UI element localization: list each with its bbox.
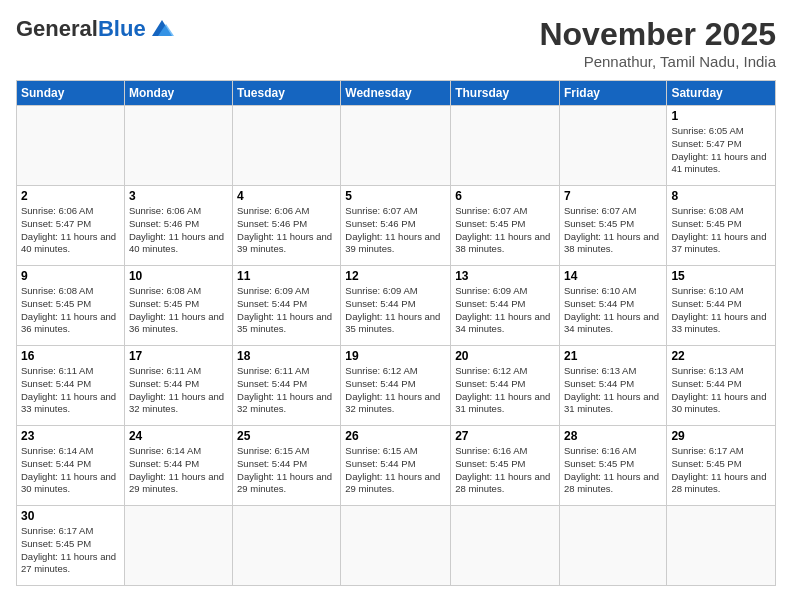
calendar-cell: 21Sunrise: 6:13 AM Sunset: 5:44 PM Dayli… (559, 346, 666, 426)
day-info: Sunrise: 6:05 AM Sunset: 5:47 PM Dayligh… (671, 125, 771, 176)
calendar-cell: 29Sunrise: 6:17 AM Sunset: 5:45 PM Dayli… (667, 426, 776, 506)
day-info: Sunrise: 6:08 AM Sunset: 5:45 PM Dayligh… (21, 285, 120, 336)
calendar-cell: 27Sunrise: 6:16 AM Sunset: 5:45 PM Dayli… (451, 426, 560, 506)
day-number: 15 (671, 269, 771, 283)
day-number: 7 (564, 189, 662, 203)
day-info: Sunrise: 6:09 AM Sunset: 5:44 PM Dayligh… (455, 285, 555, 336)
weekday-header-sunday: Sunday (17, 81, 125, 106)
day-number: 10 (129, 269, 228, 283)
day-info: Sunrise: 6:15 AM Sunset: 5:44 PM Dayligh… (345, 445, 446, 496)
calendar-cell (559, 506, 666, 586)
page-header: General Blue November 2025 Pennathur, Ta… (16, 16, 776, 70)
day-info: Sunrise: 6:11 AM Sunset: 5:44 PM Dayligh… (129, 365, 228, 416)
day-info: Sunrise: 6:07 AM Sunset: 5:46 PM Dayligh… (345, 205, 446, 256)
day-info: Sunrise: 6:16 AM Sunset: 5:45 PM Dayligh… (564, 445, 662, 496)
calendar-cell (451, 506, 560, 586)
calendar-week-row: 2Sunrise: 6:06 AM Sunset: 5:47 PM Daylig… (17, 186, 776, 266)
logo-general-text: General (16, 16, 98, 42)
day-info: Sunrise: 6:08 AM Sunset: 5:45 PM Dayligh… (129, 285, 228, 336)
calendar-cell: 11Sunrise: 6:09 AM Sunset: 5:44 PM Dayli… (233, 266, 341, 346)
logo-icon (148, 18, 176, 40)
calendar-cell: 18Sunrise: 6:11 AM Sunset: 5:44 PM Dayli… (233, 346, 341, 426)
calendar-week-row: 9Sunrise: 6:08 AM Sunset: 5:45 PM Daylig… (17, 266, 776, 346)
day-info: Sunrise: 6:11 AM Sunset: 5:44 PM Dayligh… (21, 365, 120, 416)
calendar-cell: 22Sunrise: 6:13 AM Sunset: 5:44 PM Dayli… (667, 346, 776, 426)
calendar-cell: 6Sunrise: 6:07 AM Sunset: 5:45 PM Daylig… (451, 186, 560, 266)
day-number: 22 (671, 349, 771, 363)
day-info: Sunrise: 6:06 AM Sunset: 5:46 PM Dayligh… (129, 205, 228, 256)
calendar-week-row: 30Sunrise: 6:17 AM Sunset: 5:45 PM Dayli… (17, 506, 776, 586)
weekday-header-monday: Monday (124, 81, 232, 106)
calendar-cell: 1Sunrise: 6:05 AM Sunset: 5:47 PM Daylig… (667, 106, 776, 186)
day-info: Sunrise: 6:17 AM Sunset: 5:45 PM Dayligh… (671, 445, 771, 496)
day-info: Sunrise: 6:15 AM Sunset: 5:44 PM Dayligh… (237, 445, 336, 496)
day-number: 19 (345, 349, 446, 363)
day-info: Sunrise: 6:12 AM Sunset: 5:44 PM Dayligh… (345, 365, 446, 416)
day-number: 17 (129, 349, 228, 363)
calendar-cell: 24Sunrise: 6:14 AM Sunset: 5:44 PM Dayli… (124, 426, 232, 506)
calendar-cell: 17Sunrise: 6:11 AM Sunset: 5:44 PM Dayli… (124, 346, 232, 426)
day-number: 9 (21, 269, 120, 283)
day-number: 8 (671, 189, 771, 203)
calendar-cell: 2Sunrise: 6:06 AM Sunset: 5:47 PM Daylig… (17, 186, 125, 266)
weekday-header-saturday: Saturday (667, 81, 776, 106)
day-number: 13 (455, 269, 555, 283)
calendar-cell: 4Sunrise: 6:06 AM Sunset: 5:46 PM Daylig… (233, 186, 341, 266)
calendar-week-row: 1Sunrise: 6:05 AM Sunset: 5:47 PM Daylig… (17, 106, 776, 186)
day-number: 23 (21, 429, 120, 443)
calendar-table: SundayMondayTuesdayWednesdayThursdayFrid… (16, 80, 776, 586)
day-info: Sunrise: 6:13 AM Sunset: 5:44 PM Dayligh… (564, 365, 662, 416)
calendar-cell: 10Sunrise: 6:08 AM Sunset: 5:45 PM Dayli… (124, 266, 232, 346)
calendar-cell (341, 506, 451, 586)
logo: General Blue (16, 16, 176, 42)
calendar-cell (451, 106, 560, 186)
day-info: Sunrise: 6:12 AM Sunset: 5:44 PM Dayligh… (455, 365, 555, 416)
calendar-cell: 25Sunrise: 6:15 AM Sunset: 5:44 PM Dayli… (233, 426, 341, 506)
logo-blue-text: Blue (98, 16, 146, 42)
day-info: Sunrise: 6:10 AM Sunset: 5:44 PM Dayligh… (671, 285, 771, 336)
calendar-cell: 9Sunrise: 6:08 AM Sunset: 5:45 PM Daylig… (17, 266, 125, 346)
weekday-header-friday: Friday (559, 81, 666, 106)
day-number: 29 (671, 429, 771, 443)
calendar-cell (124, 506, 232, 586)
day-number: 20 (455, 349, 555, 363)
day-number: 24 (129, 429, 228, 443)
location: Pennathur, Tamil Nadu, India (539, 53, 776, 70)
calendar-cell (341, 106, 451, 186)
calendar-cell: 19Sunrise: 6:12 AM Sunset: 5:44 PM Dayli… (341, 346, 451, 426)
day-info: Sunrise: 6:07 AM Sunset: 5:45 PM Dayligh… (564, 205, 662, 256)
day-info: Sunrise: 6:09 AM Sunset: 5:44 PM Dayligh… (237, 285, 336, 336)
day-number: 1 (671, 109, 771, 123)
day-number: 21 (564, 349, 662, 363)
calendar-cell (124, 106, 232, 186)
day-number: 2 (21, 189, 120, 203)
month-title: November 2025 (539, 16, 776, 53)
day-info: Sunrise: 6:16 AM Sunset: 5:45 PM Dayligh… (455, 445, 555, 496)
title-block: November 2025 Pennathur, Tamil Nadu, Ind… (539, 16, 776, 70)
calendar-cell: 26Sunrise: 6:15 AM Sunset: 5:44 PM Dayli… (341, 426, 451, 506)
calendar-cell: 30Sunrise: 6:17 AM Sunset: 5:45 PM Dayli… (17, 506, 125, 586)
calendar-cell: 8Sunrise: 6:08 AM Sunset: 5:45 PM Daylig… (667, 186, 776, 266)
calendar-cell: 5Sunrise: 6:07 AM Sunset: 5:46 PM Daylig… (341, 186, 451, 266)
weekday-header-thursday: Thursday (451, 81, 560, 106)
day-info: Sunrise: 6:06 AM Sunset: 5:46 PM Dayligh… (237, 205, 336, 256)
day-number: 6 (455, 189, 555, 203)
weekday-header-wednesday: Wednesday (341, 81, 451, 106)
day-number: 5 (345, 189, 446, 203)
day-number: 27 (455, 429, 555, 443)
day-info: Sunrise: 6:14 AM Sunset: 5:44 PM Dayligh… (21, 445, 120, 496)
calendar-cell: 28Sunrise: 6:16 AM Sunset: 5:45 PM Dayli… (559, 426, 666, 506)
day-info: Sunrise: 6:08 AM Sunset: 5:45 PM Dayligh… (671, 205, 771, 256)
weekday-header-row: SundayMondayTuesdayWednesdayThursdayFrid… (17, 81, 776, 106)
day-number: 12 (345, 269, 446, 283)
calendar-cell: 15Sunrise: 6:10 AM Sunset: 5:44 PM Dayli… (667, 266, 776, 346)
day-info: Sunrise: 6:13 AM Sunset: 5:44 PM Dayligh… (671, 365, 771, 416)
day-number: 14 (564, 269, 662, 283)
day-number: 26 (345, 429, 446, 443)
calendar-cell: 14Sunrise: 6:10 AM Sunset: 5:44 PM Dayli… (559, 266, 666, 346)
calendar-cell: 20Sunrise: 6:12 AM Sunset: 5:44 PM Dayli… (451, 346, 560, 426)
calendar-cell: 3Sunrise: 6:06 AM Sunset: 5:46 PM Daylig… (124, 186, 232, 266)
calendar-cell (667, 506, 776, 586)
day-info: Sunrise: 6:07 AM Sunset: 5:45 PM Dayligh… (455, 205, 555, 256)
calendar-week-row: 23Sunrise: 6:14 AM Sunset: 5:44 PM Dayli… (17, 426, 776, 506)
